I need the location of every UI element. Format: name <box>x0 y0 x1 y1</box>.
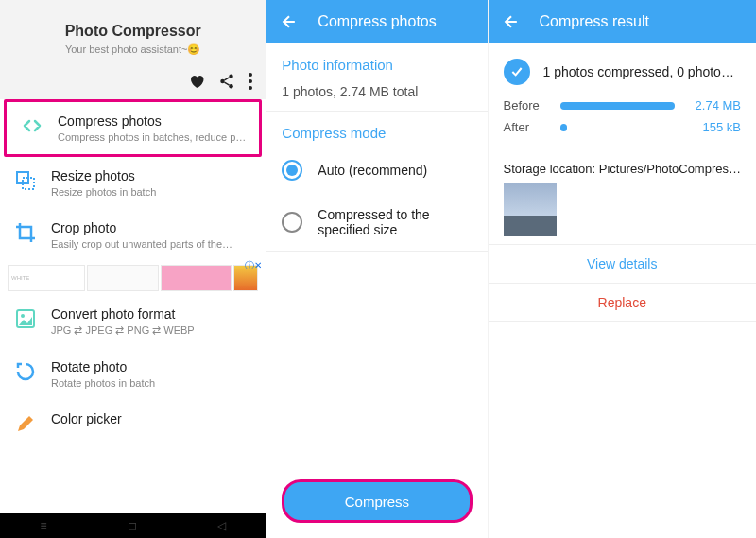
screen-compress-result: Compress result 1 photos compressed, 0 p… <box>489 0 756 538</box>
section-compress-mode: Compress mode <box>266 112 487 147</box>
picker-icon <box>13 411 38 436</box>
svg-point-4 <box>249 79 252 83</box>
after-label: After <box>504 120 551 134</box>
after-row: After 155 kB <box>489 116 756 138</box>
crop-icon <box>13 220 38 245</box>
screen-home: Photo Compressor Your best photo assista… <box>0 0 266 538</box>
before-label: Before <box>504 98 551 113</box>
svg-point-0 <box>230 75 234 79</box>
nav-home-icon[interactable]: ◻ <box>128 519 137 532</box>
item-color-picker[interactable]: Color picker <box>0 400 266 440</box>
before-row: Before 2.74 MB <box>489 95 756 116</box>
back-icon[interactable] <box>502 12 521 31</box>
compress-button[interactable]: Compress <box>282 479 472 523</box>
item-label: Resize photos <box>51 168 252 183</box>
item-desc: JPG ⇄ JPEG ⇄ PNG ⇄ WEBP <box>51 324 252 337</box>
ad-slot <box>87 265 159 291</box>
result-summary: 1 photos compressed, 0 photo… <box>489 43 756 95</box>
after-value: 155 kB <box>684 120 741 134</box>
app-title: Photo Compressor <box>11 23 254 40</box>
item-rotate-photo[interactable]: Rotate photo Rotate photos in batch <box>0 348 266 400</box>
check-icon <box>504 59 530 85</box>
appbar: Compress photos <box>266 0 487 43</box>
ad-white: WHITE <box>8 265 85 291</box>
radio-label: Compressed to the specified size <box>318 207 472 237</box>
home-feature-list-2: Convert photo format JPG ⇄ JPEG ⇄ PNG ⇄ … <box>0 295 266 440</box>
heart-icon[interactable] <box>188 73 205 90</box>
item-label: Compress photos <box>58 113 246 129</box>
item-convert-format[interactable]: Convert photo format JPG ⇄ JPEG ⇄ PNG ⇄ … <box>0 295 266 348</box>
appbar: Compress result <box>489 0 756 43</box>
storage-location: Storage location: Pictures/PhotoCompres… <box>489 148 756 183</box>
result-thumbnail[interactable] <box>504 183 557 236</box>
item-desc: Rotate photos in batch <box>51 377 252 389</box>
item-desc: Easily crop out unwanted parts of the… <box>51 238 252 250</box>
item-label: Color picker <box>51 411 252 426</box>
radio-icon <box>282 160 302 181</box>
screen-compress-settings: Compress photos Photo information 1 phot… <box>266 0 488 538</box>
nav-recent-icon[interactable]: ≡ <box>41 519 47 532</box>
replace-link[interactable]: Replace <box>489 284 756 321</box>
ad-pink <box>161 265 232 291</box>
item-compress-photos[interactable]: Compress photos Compress photos in batch… <box>4 99 262 157</box>
view-details-link[interactable]: View details <box>489 245 756 283</box>
radio-auto[interactable]: Auto (recommend) <box>266 147 487 194</box>
home-toolbar <box>0 69 266 99</box>
before-bar <box>560 102 675 110</box>
svg-point-3 <box>249 73 252 77</box>
svg-point-1 <box>221 79 226 84</box>
divider <box>489 321 756 322</box>
item-desc: Resize photos in batch <box>51 186 252 198</box>
result-text: 1 photos compressed, 0 photo… <box>543 64 734 79</box>
svg-point-2 <box>230 84 234 89</box>
svg-point-9 <box>21 314 25 318</box>
share-icon[interactable] <box>218 73 235 90</box>
app-subtitle: Your best photo assistant~😊 <box>11 43 254 56</box>
radio-icon <box>282 212 302 233</box>
android-navbar: ≡ ◻ ◁ <box>0 513 266 538</box>
ad-banner[interactable]: WHITE ⓘ✕ <box>0 261 266 295</box>
section-photo-info: Photo information <box>266 43 487 78</box>
back-icon[interactable] <box>280 12 299 31</box>
appbar-title: Compress result <box>540 13 649 30</box>
divider <box>266 251 487 252</box>
radio-label: Auto (recommend) <box>318 163 427 178</box>
rotate-icon <box>13 359 38 384</box>
item-label: Crop photo <box>51 220 252 235</box>
home-feature-list: Compress photos Compress photos in batch… <box>0 99 266 261</box>
photo-info-text: 1 photos, 2.74 MB total <box>266 78 487 111</box>
item-desc: Compress photos in batches, reduce p… <box>58 131 246 143</box>
home-header: Photo Compressor Your best photo assista… <box>0 0 266 69</box>
more-icon[interactable] <box>249 73 252 90</box>
appbar-title: Compress photos <box>318 13 436 30</box>
item-resize-photos[interactable]: Resize photos Resize photos in batch <box>0 157 266 209</box>
item-crop-photo[interactable]: Crop photo Easily crop out unwanted part… <box>0 209 266 261</box>
nav-back-icon[interactable]: ◁ <box>217 519 226 532</box>
before-value: 2.74 MB <box>684 98 741 113</box>
radio-specified-size[interactable]: Compressed to the specified size <box>266 194 487 251</box>
convert-icon <box>13 306 38 331</box>
ad-close-icon[interactable]: ⓘ✕ <box>245 259 262 272</box>
item-label: Rotate photo <box>51 359 252 374</box>
after-bar <box>560 124 675 131</box>
svg-point-5 <box>249 86 252 90</box>
item-label: Convert photo format <box>51 306 252 321</box>
compress-icon <box>20 113 44 138</box>
resize-icon <box>13 168 38 193</box>
